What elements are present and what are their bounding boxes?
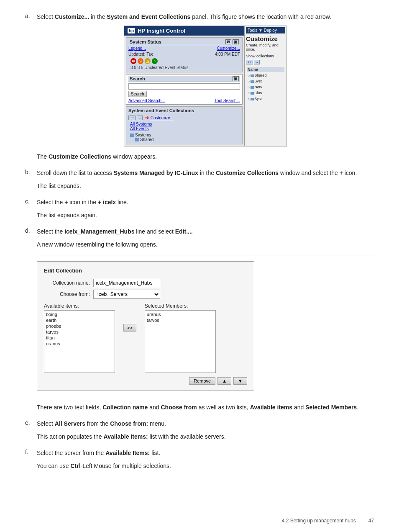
hp-search-box: Search ▣ Search Advanced Search... Tool … (126, 74, 243, 105)
list-item: titan (45, 335, 114, 341)
collection-name-input[interactable] (93, 279, 160, 287)
hp-customize-collections-link[interactable]: Customize... (151, 116, 174, 120)
two-fields-text: There are two text fields, Collection na… (37, 403, 374, 412)
hp-system-status: System Status ⊠ ▣ Legend... Customize...… (126, 37, 243, 72)
icon-orange: ▽ (138, 58, 143, 64)
step-f-sub: You can use Ctrl-Left Mouse for multiple… (37, 462, 374, 470)
move-btn[interactable]: >> (123, 324, 136, 332)
edit-collection-panel: Edit Collection Collection name: Choose … (37, 261, 254, 391)
step-d-letter: d. (25, 227, 37, 234)
hp-tree: All Systems All Events (128, 121, 240, 132)
hp-right-panel: Tools ▼ Deploy Customize Create, modify,… (245, 26, 286, 146)
selected-members-list[interactable]: uranus tarvos (145, 310, 216, 373)
hp-sys-items: Systems Shared (128, 132, 240, 143)
down-btn[interactable]: ▼ (233, 377, 247, 385)
hp-status-text: 3 0 3 5 Uncleared Event Status (130, 65, 238, 70)
hp-right-table: Name ○ Shared ○ Syst ○ Netv ○ Clus ○ Sys… (246, 66, 285, 102)
icon-red: ⊕ (130, 58, 136, 64)
step-a-bold1: Customize... (55, 13, 89, 20)
step-e-sub: This action populates the Available Item… (37, 432, 374, 441)
hp-advanced-search[interactable]: Advanced Search... (128, 98, 165, 103)
hp-legend-link[interactable]: Legend... (128, 46, 146, 51)
hp-status-icons: ⊕ ▽ △ ○ (130, 58, 238, 64)
remove-btn[interactable]: Remove (189, 377, 215, 385)
hp-show-collections: Show collections (246, 54, 285, 58)
hp-right-desc: Create, modify, and once. (246, 43, 285, 51)
step-b-bold3: + (340, 170, 343, 176)
hp-sec-title: System and Event Collections (128, 108, 240, 113)
selected-members-label: Selected Members: (145, 303, 216, 309)
hp-header: hp HP Insight Control (124, 26, 244, 36)
hp-search-input[interactable] (128, 83, 240, 90)
list-item: boing (45, 311, 114, 317)
choose-from-label: Choose from: (44, 291, 90, 297)
hp-coll-icons: ++ -- (128, 116, 143, 120)
choose-from-select[interactable]: icelx_Servers (93, 290, 160, 299)
step-e-letter: e. (25, 419, 37, 426)
step-a-text: Select Customize... in the System and Ev… (37, 13, 331, 21)
list-item: earth (45, 317, 114, 323)
hp-customize-link[interactable]: Customize... (217, 46, 240, 51)
step-c-letter: c. (25, 198, 37, 205)
step-b-letter: b. (25, 169, 37, 175)
step-d-text: Select the icelx_Management_Hubs line an… (37, 227, 193, 236)
divider-bottom (37, 397, 374, 397)
hp-title: HP Insight Control (138, 28, 185, 34)
list-item: uranus (146, 311, 215, 317)
collection-name-label: Collection name: (44, 280, 90, 286)
edit-panel-footer: Remove ▲ ▼ (44, 377, 247, 385)
step-c-sub: The list expands again. (37, 211, 374, 220)
hp-tools-bar: Tools ▼ Deploy (246, 27, 285, 33)
list-item: tarvos (146, 317, 215, 323)
step-d-sub: A new window resembling the following op… (37, 240, 374, 249)
hp-system-event-collections: System and Event Collections ++ -- ➜ Cus… (126, 106, 243, 144)
step-b-sub: The list expands. (37, 182, 374, 190)
hp-right-customize: Customize (246, 35, 285, 42)
list-item: tarvos (45, 329, 114, 335)
step-a-bold2: System and Event Collections (107, 13, 190, 20)
available-items-list[interactable]: boing earth phoebe tarvos titan uranus (44, 310, 115, 373)
footer-page: 47 (368, 518, 374, 524)
divider-top (37, 255, 374, 255)
page-footer: 4.2 Setting up management hubs 47 (282, 518, 374, 524)
step-b-bold1: Systems Managed by IC-Linux (114, 170, 198, 176)
step-b-bold2: Customize Collections (216, 170, 279, 176)
edit-collection-title: Edit Collection (44, 267, 247, 274)
step-f-text: Select the server from the Available Ite… (37, 449, 160, 457)
step-f-letter: f. (25, 449, 37, 455)
hp-logo: hp (128, 28, 135, 33)
step-a-letter: a. (25, 13, 37, 19)
list-item: uranus (45, 341, 114, 347)
hp-search-btn[interactable]: Search (128, 91, 147, 97)
selected-members-col: Selected Members: uranus tarvos (145, 303, 216, 373)
footer-text: 4.2 Setting up management hubs (282, 518, 356, 524)
hp-search-row: Search (128, 91, 240, 97)
edit-panel-wrap: Edit Collection Collection name: Choose … (37, 255, 374, 397)
icon-yellow: △ (145, 58, 151, 64)
hp-tool-search[interactable]: Tool Search... (215, 98, 240, 103)
step-b-text: Scroll down the list to access Systems M… (37, 169, 357, 177)
list-middle-controls: >> (123, 303, 136, 333)
step-c-text: Select the + icon in the + icelx line. (37, 198, 128, 207)
hp-system-status-title: System Status ⊠ ▣ (128, 39, 240, 45)
available-items-col: Available items: boing earth phoebe tarv… (44, 303, 115, 373)
step-e-text: Select All Servers from the Choose from:… (37, 419, 166, 428)
step-a-sub: The Customize Collections window appears… (37, 152, 374, 161)
hp-ui-screenshot: hp HP Insight Control System Status ⊠ ▣ … (37, 26, 374, 146)
hp-search-title: Search ▣ (128, 76, 240, 82)
icon-green: ○ (152, 58, 158, 64)
available-items-label: Available items: (44, 303, 115, 309)
lists-row: Available items: boing earth phoebe tarv… (44, 303, 247, 373)
list-item: phoebe (45, 323, 114, 329)
collection-name-row: Collection name: (44, 279, 247, 287)
hp-right-icons: ++ -- (246, 60, 285, 64)
up-btn[interactable]: ▲ (217, 377, 231, 385)
choose-from-row: Choose from: icelx_Servers (44, 290, 247, 299)
